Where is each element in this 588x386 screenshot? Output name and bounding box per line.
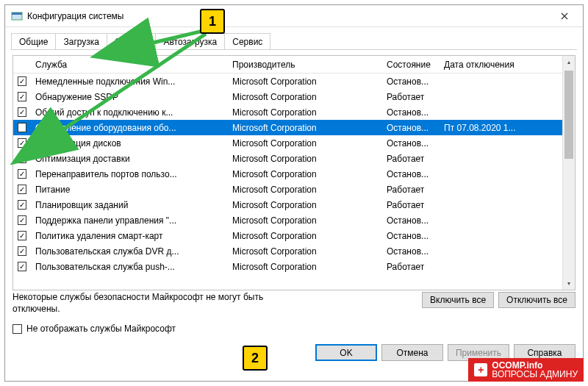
row-checkbox[interactable] <box>18 246 26 256</box>
cell-service: Оптимизация доставки <box>31 154 228 164</box>
tabstrip: ОбщиеЗагрузкаСлужбыАвтозагрузкаСервис <box>5 27 583 51</box>
security-note: Некоторые службы безопасности Майкрософт… <box>12 292 306 315</box>
cell-mfr: Microsoft Corporation <box>228 107 382 118</box>
row-checkbox[interactable] <box>18 169 26 179</box>
cell-service: Планировщик заданий <box>31 200 228 210</box>
col-date-disabled[interactable]: Дата отключения <box>440 56 535 73</box>
scroll-thumb[interactable] <box>564 71 573 159</box>
col-state[interactable]: Состояние <box>382 56 440 73</box>
cell-date: Пт 07.08.2020 1... <box>440 123 535 133</box>
cell-mfr: Microsoft Corporation <box>228 246 382 257</box>
ok-button[interactable]: OK <box>315 344 377 361</box>
cell-state: Останов... <box>382 107 440 118</box>
table-row[interactable]: Пользовательская служба DVR д...Microsof… <box>13 243 562 259</box>
cell-service: Перенаправитель портов пользо... <box>31 169 228 179</box>
table-row[interactable]: Оптимизация доставкиMicrosoft Corporatio… <box>13 151 562 166</box>
cell-state: Останов... <box>382 169 440 179</box>
cell-state: Работает <box>382 92 440 102</box>
cell-state: Останов... <box>382 215 440 226</box>
tab-сервис[interactable]: Сервис <box>225 33 270 50</box>
table-row[interactable]: Общий доступ к подключению к...Microsoft… <box>13 104 562 120</box>
row-checkbox[interactable] <box>18 123 26 132</box>
cell-service: Питание <box>31 185 228 195</box>
row-checkbox[interactable] <box>18 185 26 194</box>
table-row[interactable]: Определение оборудования обо...Microsoft… <box>13 120 562 135</box>
cell-mfr: Microsoft Corporation <box>228 185 382 195</box>
enable-all-button[interactable]: Включить все <box>422 292 494 308</box>
msconfig-window: Конфигурация системы ОбщиеЗагрузкаСлужбы… <box>5 5 583 381</box>
titlebar: Конфигурация системы <box>5 5 583 27</box>
table-row[interactable]: Немедленные подключения Win...Microsoft … <box>13 74 562 89</box>
cell-service: Немедленные подключения Win... <box>31 76 228 87</box>
row-checkbox[interactable] <box>18 138 26 148</box>
tab-panel-services: Служба Производитель Состояние Дата откл… <box>5 51 583 340</box>
cell-service: Определение оборудования обо... <box>31 123 228 133</box>
scrollbar[interactable]: ▴ ▾ <box>562 56 575 290</box>
svg-rect-1 <box>12 12 22 15</box>
close-button[interactable] <box>548 5 581 27</box>
col-service[interactable]: Служба <box>31 56 228 73</box>
tab-загрузка[interactable]: Загрузка <box>56 33 107 50</box>
cell-state: Работает <box>382 154 440 164</box>
cell-state: Останов... <box>382 123 440 133</box>
row-checkbox[interactable] <box>18 107 26 117</box>
hide-ms-checkbox[interactable] <box>12 324 22 334</box>
row-checkbox[interactable] <box>18 154 26 163</box>
row-checkbox[interactable] <box>18 215 26 225</box>
cell-service: Оптимизация дисков <box>31 138 228 149</box>
table-row[interactable]: Обнаружение SSDPMicrosoft CorporationРаб… <box>13 89 562 104</box>
cell-mfr: Microsoft Corporation <box>228 200 382 210</box>
tab-автозагрузка[interactable]: Автозагрузка <box>156 33 225 50</box>
cell-mfr: Microsoft Corporation <box>228 215 382 226</box>
cancel-button[interactable]: Отмена <box>381 344 443 361</box>
cell-mfr: Microsoft Corporation <box>228 76 382 87</box>
window-title: Конфигурация системы <box>27 11 548 21</box>
table-row[interactable]: Оптимизация дисковMicrosoft CorporationО… <box>13 135 562 151</box>
cell-mfr: Microsoft Corporation <box>228 138 382 149</box>
cell-mfr: Microsoft Corporation <box>228 262 382 272</box>
cell-state: Останов... <box>382 246 440 257</box>
cell-mfr: Microsoft Corporation <box>228 92 382 102</box>
row-checkbox[interactable] <box>18 200 26 210</box>
watermark: + OCOMP.info ВОПРОСЫ АДМИНУ <box>468 358 584 382</box>
cell-state: Останов... <box>382 76 440 87</box>
tab-службы[interactable]: Службы <box>107 33 156 50</box>
cell-state: Работает <box>382 262 440 272</box>
cell-mfr: Microsoft Corporation <box>228 123 382 133</box>
cell-state: Останов... <box>382 138 440 149</box>
app-icon <box>11 10 23 22</box>
row-checkbox[interactable] <box>18 92 26 101</box>
hide-ms-label: Не отображать службы Майкрософт <box>26 324 176 334</box>
plus-icon: + <box>474 363 487 376</box>
cell-service: Обнаружение SSDP <box>31 92 228 102</box>
cell-state: Работает <box>382 185 440 195</box>
row-checkbox[interactable] <box>18 76 26 86</box>
cell-service: Политика удаления смарт-карт <box>31 231 228 241</box>
tab-общие[interactable]: Общие <box>11 33 56 50</box>
scroll-up-icon[interactable]: ▴ <box>563 56 575 68</box>
row-checkbox[interactable] <box>18 262 26 271</box>
cell-service: Пользовательская служба push-... <box>31 262 228 272</box>
cell-service: Поддержка панели управления "... <box>31 215 228 226</box>
watermark-subtitle: ВОПРОСЫ АДМИНУ <box>492 370 578 379</box>
table-row[interactable]: Политика удаления смарт-картMicrosoft Co… <box>13 228 562 243</box>
cell-state: Работает <box>382 200 440 210</box>
table-row[interactable]: Перенаправитель портов пользо...Microsof… <box>13 166 562 182</box>
table-row[interactable]: ПитаниеMicrosoft CorporationРаботает <box>13 182 562 197</box>
row-checkbox[interactable] <box>18 231 26 240</box>
disable-all-button[interactable]: Отключить все <box>498 292 576 308</box>
cell-service: Пользовательская служба DVR д... <box>31 246 228 257</box>
list-header[interactable]: Служба Производитель Состояние Дата откл… <box>13 56 562 74</box>
scroll-down-icon[interactable]: ▾ <box>563 277 575 290</box>
cell-service: Общий доступ к подключению к... <box>31 107 228 118</box>
cell-state: Останов... <box>382 231 440 241</box>
table-row[interactable]: Планировщик заданийMicrosoft Corporation… <box>13 197 562 212</box>
col-manufacturer[interactable]: Производитель <box>228 56 382 73</box>
cell-mfr: Microsoft Corporation <box>228 231 382 241</box>
table-row[interactable]: Поддержка панели управления "...Microsof… <box>13 212 562 228</box>
services-list[interactable]: Служба Производитель Состояние Дата откл… <box>12 55 576 290</box>
table-row[interactable]: Пользовательская служба push-...Microsof… <box>13 259 562 274</box>
cell-mfr: Microsoft Corporation <box>228 154 382 164</box>
cell-mfr: Microsoft Corporation <box>228 169 382 179</box>
